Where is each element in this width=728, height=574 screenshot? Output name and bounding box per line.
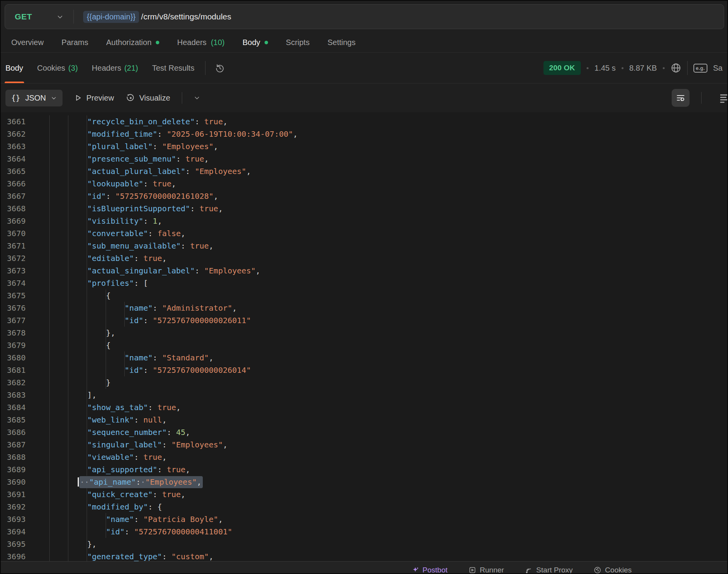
line-number: 3694 [1, 525, 31, 538]
footer-item-postbot[interactable]: Postbot [411, 564, 448, 573]
code-line[interactable]: 3696"generated_type": "custom", [1, 550, 727, 561]
json-token: , [214, 191, 218, 201]
word-wrap-toggle[interactable] [672, 89, 690, 107]
line-number: 3672 [1, 252, 31, 264]
line-number: 3678 [1, 327, 31, 339]
url-variable-chip[interactable]: {{api-domain}} [83, 11, 139, 23]
code-line[interactable]: 3685"web_link": null, [1, 414, 727, 426]
json-token: : [153, 353, 162, 362]
response-tab-body[interactable]: Body [5, 53, 23, 83]
indent-guides [31, 289, 106, 302]
response-time: 1.45 s [594, 64, 615, 73]
line-number: 3674 [1, 277, 31, 289]
json-key: "web_link" [87, 415, 134, 424]
code-line[interactable]: 3679{ [1, 339, 727, 351]
code-line[interactable]: 3676"name": "Administrator", [1, 302, 727, 314]
footer-item-runner[interactable]: Runner [468, 564, 504, 573]
code-line[interactable]: 3686"sequence_number": 45, [1, 426, 727, 438]
code-line[interactable]: 3662"modified_time": "2025-06-19T10:00:3… [1, 128, 727, 140]
tab-body[interactable]: Body [242, 38, 268, 47]
code-line[interactable]: 3669"visibility": 1, [1, 215, 727, 227]
indent-guides [31, 177, 87, 190]
response-history-icon[interactable] [215, 63, 225, 73]
code-line[interactable]: 3691"quick_create": true, [1, 488, 727, 501]
code-line-content: "actual_singular_label": "Employees", [31, 264, 727, 277]
more-views-chevron-icon[interactable] [194, 95, 200, 101]
visualize-button[interactable]: Visualize [125, 93, 170, 103]
code-line[interactable]: 3663"plural_label": "Employees", [1, 140, 727, 153]
code-line[interactable]: 3678}, [1, 327, 727, 339]
code-line[interactable]: 3683], [1, 389, 727, 401]
preview-button[interactable]: Preview [74, 94, 114, 103]
tab-authorization[interactable]: Authorization [106, 38, 159, 47]
json-token: , [162, 452, 167, 462]
line-number: 3689 [1, 463, 31, 476]
response-body-code[interactable]: 3661"recycle_bin_on_delete": true,3662"m… [1, 112, 727, 561]
json-token: , [176, 403, 181, 412]
response-tab-test-results[interactable]: Test Results [152, 53, 195, 83]
code-line[interactable]: 3681"id": "5725767000000026014" [1, 364, 727, 376]
code-line[interactable]: 3677"id": "5725767000000026011" [1, 314, 727, 327]
response-tab-cookies[interactable]: Cookies(3) [37, 53, 78, 83]
code-line-content: "singular_label": "Employees", [31, 438, 727, 451]
tab-scripts[interactable]: Scripts [286, 38, 310, 47]
code-line[interactable]: 3693"name": "Patricia Boyle", [1, 513, 727, 525]
save-as-example-icon[interactable]: e.g. [693, 64, 707, 73]
indent-guides [31, 401, 87, 414]
code-line[interactable]: 3671"sub_menu_available": true, [1, 240, 727, 252]
json-token: true [167, 465, 185, 474]
response-tab-headers[interactable]: Headers(21) [92, 53, 138, 83]
method-selector[interactable]: GET [5, 12, 73, 21]
tab-headers[interactable]: Headers(10) [177, 38, 225, 47]
code-line[interactable]: 3690··"api_name":·"Employees", [1, 476, 727, 488]
footer-item-cookies[interactable]: Cookies [594, 564, 632, 573]
body-format-dropdown[interactable]: {} JSON [5, 90, 63, 106]
code-line-content: "id": "5725767000000026014" [31, 364, 727, 376]
indent-guides [31, 277, 87, 289]
code-line[interactable]: 3680"name": "Standard", [1, 351, 727, 364]
json-token: , [223, 440, 228, 449]
code-line[interactable]: 3692"modified_by": { [1, 501, 727, 513]
json-token: true [143, 452, 162, 462]
json-token: , [204, 154, 209, 164]
json-token: true [143, 254, 162, 263]
code-line[interactable]: 3665"actual_plural_label": "Employees", [1, 165, 727, 177]
code-line[interactable]: 3689"api_supported": true, [1, 463, 727, 476]
tab-settings[interactable]: Settings [327, 38, 355, 47]
code-line[interactable]: 3670"convertable": false, [1, 227, 727, 240]
format-lines-icon[interactable] [719, 92, 727, 104]
code-line[interactable]: 3682} [1, 376, 727, 389]
json-token: "5725767000000411001" [134, 527, 232, 536]
code-line[interactable]: 3673"actual_singular_label": "Employees"… [1, 264, 727, 277]
url-input[interactable]: {{api-domain}} /crm/v8/settings/modules [74, 11, 231, 23]
code-line[interactable]: 3664"presence_sub_menu": true, [1, 153, 727, 165]
tab-params[interactable]: Params [61, 38, 88, 47]
json-token: true [190, 241, 209, 250]
code-line[interactable]: 3668"isBlueprintSupported": true, [1, 202, 727, 215]
footer-item-label: Runner [480, 566, 504, 573]
code-line[interactable]: 3672"editable": true, [1, 252, 727, 264]
divider [701, 92, 702, 104]
code-line-content: ], [31, 389, 727, 401]
indent-guides [31, 227, 87, 240]
indent-guides [31, 438, 87, 451]
code-line[interactable]: 3666"lookupable": true, [1, 177, 727, 190]
json-token: true [162, 490, 181, 499]
network-globe-icon[interactable] [671, 63, 681, 73]
tab-overview[interactable]: Overview [11, 38, 44, 47]
code-line[interactable]: 3667"id": "5725767000002161028", [1, 190, 727, 202]
code-line[interactable]: 3675{ [1, 289, 727, 302]
code-line[interactable]: 3684"show_as_tab": true, [1, 401, 727, 414]
code-line[interactable]: 3687"singular_label": "Employees", [1, 438, 727, 451]
footer-item-start-proxy[interactable]: Start Proxy [525, 564, 573, 573]
save-response-label-truncated[interactable]: Sa [713, 64, 723, 73]
code-line[interactable]: 3674"profiles": [ [1, 277, 727, 289]
json-token: "Employees" [195, 167, 246, 176]
tab-label: Params [61, 38, 88, 47]
code-line[interactable]: 3694"id": "5725767000000411001" [1, 525, 727, 538]
code-line[interactable]: 3695}, [1, 538, 727, 550]
json-token: : [148, 229, 157, 238]
json-token: "Employees" [171, 440, 223, 449]
code-line[interactable]: 3661"recycle_bin_on_delete": true, [1, 115, 727, 128]
code-line[interactable]: 3688"viewable": true, [1, 451, 727, 463]
